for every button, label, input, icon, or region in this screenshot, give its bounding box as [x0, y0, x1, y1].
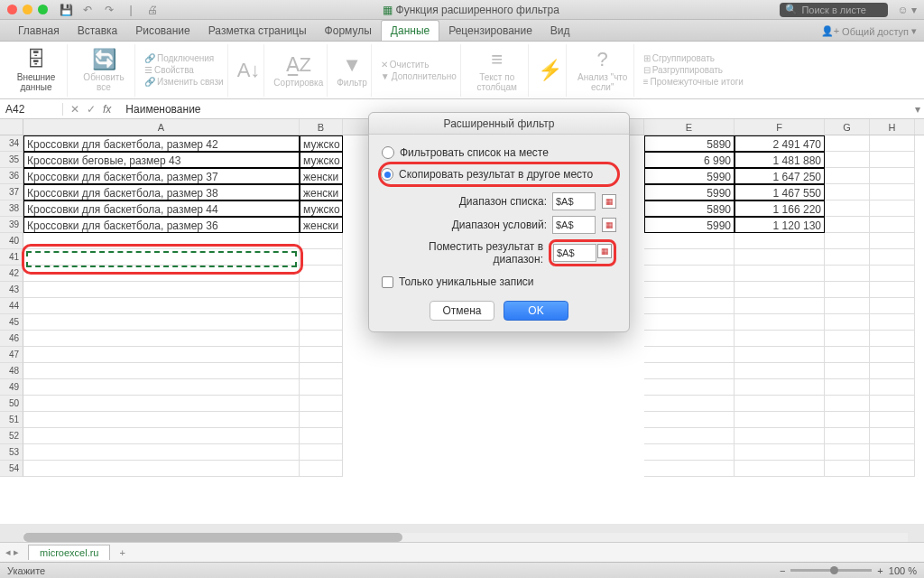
table-row[interactable]: 53: [0, 444, 924, 461]
cell[interactable]: [300, 233, 343, 249]
row-header[interactable]: 34: [0, 135, 23, 152]
radio-filter-inplace[interactable]: Фильтровать список на месте: [382, 146, 616, 159]
cell[interactable]: [870, 233, 915, 249]
row-header[interactable]: 49: [0, 379, 23, 396]
table-row[interactable]: 51: [0, 412, 924, 428]
cell[interactable]: [825, 461, 870, 477]
cell[interactable]: 1 166 220: [735, 200, 825, 217]
ribbon-refresh[interactable]: 🔄Обновить все: [73, 44, 135, 97]
cell[interactable]: [644, 379, 735, 396]
copy-to-picker-icon[interactable]: ▦: [597, 244, 612, 258]
subtotal-item[interactable]: ≡ Промежуточные итоги: [643, 77, 744, 87]
col-E[interactable]: E: [644, 119, 735, 135]
zoom-in-icon[interactable]: +: [877, 565, 882, 576]
tab-data[interactable]: Данные: [381, 20, 439, 41]
cell[interactable]: [735, 347, 825, 363]
cell[interactable]: 1 647 250: [735, 168, 825, 184]
tab-home[interactable]: Главная: [9, 21, 69, 41]
cell[interactable]: [23, 347, 300, 363]
cell[interactable]: женски: [300, 184, 343, 200]
group-item[interactable]: ⊞ Сгруппировать: [643, 53, 715, 63]
ribbon-sort-btn1[interactable]: A↓: [234, 44, 265, 97]
cell[interactable]: [870, 444, 915, 461]
cell[interactable]: [870, 200, 915, 217]
cell[interactable]: [23, 379, 300, 396]
row-header[interactable]: 38: [0, 200, 23, 217]
row-header[interactable]: 50: [0, 396, 23, 412]
cell[interactable]: Кроссовки для баскетбола, размер 36: [23, 217, 300, 233]
cell[interactable]: [825, 249, 870, 266]
advanced-filter-item[interactable]: ▼ Дополнительно: [381, 71, 457, 81]
cell[interactable]: [735, 461, 825, 477]
cell[interactable]: [644, 298, 735, 314]
tab-page-layout[interactable]: Разметка страницы: [199, 21, 316, 41]
cell[interactable]: [644, 347, 735, 363]
print-icon[interactable]: 🖨: [143, 4, 162, 16]
cell[interactable]: [870, 314, 915, 331]
row-header[interactable]: 52: [0, 428, 23, 444]
cell[interactable]: [644, 412, 735, 428]
col-G[interactable]: G: [825, 119, 870, 135]
cell[interactable]: Кроссовки для баскетбола, размер 38: [23, 184, 300, 200]
cell[interactable]: [735, 249, 825, 266]
scrollbar-thumb[interactable]: [23, 533, 402, 542]
zoom-level[interactable]: 100 %: [889, 565, 917, 576]
cell[interactable]: [644, 363, 735, 379]
cell[interactable]: [735, 444, 825, 461]
cell[interactable]: [825, 347, 870, 363]
row-header[interactable]: 42: [0, 266, 23, 282]
cell[interactable]: Кроссовки для баскетбола, размер 37: [23, 168, 300, 184]
cell[interactable]: [300, 347, 343, 363]
cell[interactable]: [825, 217, 870, 233]
zoom-icon[interactable]: [38, 5, 48, 14]
cell[interactable]: [300, 412, 343, 428]
criteria-range-input[interactable]: $A$: [552, 216, 596, 234]
cell[interactable]: [735, 233, 825, 249]
cell[interactable]: [644, 461, 735, 477]
cell[interactable]: [644, 314, 735, 331]
cell[interactable]: [23, 363, 300, 379]
cell[interactable]: [825, 379, 870, 396]
cell[interactable]: [825, 331, 870, 347]
cell[interactable]: [825, 396, 870, 412]
ungroup-item[interactable]: ⊟ Разгруппировать: [643, 65, 723, 75]
cell[interactable]: [644, 444, 735, 461]
row-header[interactable]: 41: [0, 249, 23, 266]
cell[interactable]: [870, 461, 915, 477]
horizontal-scrollbar[interactable]: [23, 533, 908, 542]
tab-insert[interactable]: Вставка: [69, 21, 127, 41]
cell[interactable]: 2 491 470: [735, 135, 825, 152]
cell[interactable]: [300, 331, 343, 347]
cell[interactable]: [825, 152, 870, 168]
cell[interactable]: [644, 249, 735, 266]
table-row[interactable]: 48: [0, 363, 924, 379]
cell[interactable]: [735, 282, 825, 298]
cell[interactable]: [300, 379, 343, 396]
list-range-input[interactable]: $A$: [552, 192, 596, 210]
cell[interactable]: [23, 412, 300, 428]
cell[interactable]: [300, 461, 343, 477]
row-header[interactable]: 48: [0, 363, 23, 379]
cell[interactable]: 1 467 550: [735, 184, 825, 200]
row-header[interactable]: 47: [0, 347, 23, 363]
table-row[interactable]: 50: [0, 396, 924, 412]
cell[interactable]: 5890: [644, 200, 735, 217]
row-header[interactable]: 43: [0, 282, 23, 298]
criteria-range-picker-icon[interactable]: ▦: [602, 218, 616, 232]
cell[interactable]: [300, 266, 343, 282]
row-header[interactable]: 54: [0, 461, 23, 477]
cell[interactable]: мужско: [300, 135, 343, 152]
cell[interactable]: Кроссовки для баскетбола, размер 44: [23, 200, 300, 217]
table-row[interactable]: 54: [0, 461, 924, 477]
cell[interactable]: [644, 282, 735, 298]
ok-button[interactable]: OK: [504, 301, 568, 321]
cell[interactable]: [300, 314, 343, 331]
cell[interactable]: [870, 298, 915, 314]
row-header[interactable]: 45: [0, 314, 23, 331]
col-A[interactable]: A: [23, 119, 300, 135]
tab-review[interactable]: Рецензирование: [439, 21, 541, 41]
cell[interactable]: [735, 412, 825, 428]
cell[interactable]: [825, 135, 870, 152]
cell[interactable]: [825, 266, 870, 282]
name-box[interactable]: A42: [0, 103, 63, 116]
